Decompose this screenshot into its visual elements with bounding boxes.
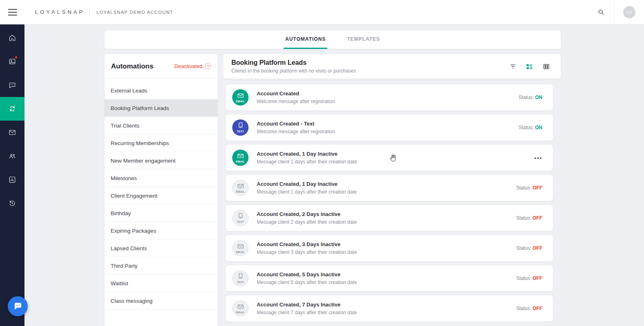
sidebar-item-clients[interactable]: [0, 144, 24, 168]
status-value: ON: [535, 95, 542, 100]
sidebar-item-reports[interactable]: [0, 168, 24, 192]
channel-glyph-icon: [238, 183, 244, 190]
automations-nav-item[interactable]: Trial Clients: [104, 117, 218, 134]
card-text: Account Created, 1 Day Inactive Message …: [257, 151, 357, 165]
automation-card[interactable]: EMAIL Account Created, 1 Day Inactive Me…: [226, 175, 553, 201]
automation-description: Welcome message after registration: [257, 129, 335, 134]
automation-card[interactable]: EMAIL Account Created, 1 Day Inactive Me…: [226, 145, 553, 171]
avatar-wrap: LO: [615, 6, 644, 18]
status-text: Status:OFF: [516, 245, 542, 251]
tab-automations[interactable]: AUTOMATIONS: [284, 31, 327, 49]
automations-nav-label: Expiring Packages: [111, 228, 156, 234]
automation-card[interactable]: TEXT Account Created, 2 Days Inactive Me…: [226, 205, 553, 231]
menu-button[interactable]: [8, 9, 17, 15]
more-options-button[interactable]: •••: [534, 155, 542, 161]
search-icon: [597, 8, 605, 16]
status-value: ON: [535, 125, 542, 130]
channel-badge: EMAIL: [232, 180, 249, 196]
topbar-right: LO: [587, 0, 644, 24]
status-text: Status:ON: [519, 125, 542, 130]
status-text: Status:OFF: [516, 185, 542, 191]
automations-nav-item[interactable]: Lapsed Clients: [104, 240, 218, 257]
status-text: Status:ON: [519, 95, 542, 100]
automations-panel-header: Automations Deactivated ?: [104, 54, 218, 79]
channel-glyph-icon: [238, 303, 244, 311]
status-prefix: Status:: [516, 306, 531, 311]
channel-glyph-icon: [238, 152, 244, 160]
automations-nav-item[interactable]: Expiring Packages: [104, 222, 218, 240]
automations-nav-item[interactable]: Client Engagement: [104, 187, 218, 205]
app-logo: LOYALSNAP: [35, 9, 84, 15]
sidebar-item-messages[interactable]: [0, 73, 24, 97]
automation-card[interactable]: EMAIL Account Created, 7 Days Inactive M…: [226, 295, 553, 322]
channel-label: EMAIL: [236, 190, 245, 193]
status-text: Status:OFF: [516, 215, 542, 221]
automations-nav-item[interactable]: New Member engagement: [104, 152, 218, 170]
history-icon: [8, 199, 16, 207]
card-text: Account Created, 2 Days Inactive Message…: [257, 211, 357, 225]
automation-title: Account Created - Text: [257, 121, 335, 127]
automations-nav-item[interactable]: External Leads: [104, 82, 218, 99]
automation-card[interactable]: TEXT Account Created, 5 Days Inactive Me…: [226, 265, 553, 291]
sidebar-item-email[interactable]: [0, 121, 24, 144]
sidebar-item-home[interactable]: [0, 26, 24, 50]
logo-divider: [89, 8, 90, 17]
channel-label: TEXT: [237, 130, 244, 133]
automations-nav-item[interactable]: Waitlist: [104, 275, 218, 292]
chat-icon: [13, 302, 23, 311]
automation-title: Account Created, 5 Days Inactive: [257, 271, 357, 278]
channel-label: TEXT: [237, 220, 244, 223]
avatar[interactable]: LO: [623, 6, 635, 18]
sidebar-item-history[interactable]: [0, 192, 24, 215]
channel-label: EMAIL: [236, 311, 245, 314]
automations-nav-item[interactable]: Class messaging: [104, 292, 218, 310]
channel-glyph-icon: [238, 243, 244, 250]
automations-panel: Automations Deactivated ? External Leads…: [104, 54, 218, 326]
automations-nav-item[interactable]: Booking Platform Leads: [104, 99, 218, 117]
automations-nav-item[interactable]: Third Party: [104, 257, 218, 275]
tab-templates[interactable]: TEMPLATES: [345, 31, 382, 49]
help-icon[interactable]: ?: [205, 63, 211, 69]
filter-icon: [509, 63, 517, 70]
card-right: Status:OFF: [516, 275, 542, 281]
automation-title: Account Created, 2 Days Inactive: [257, 211, 357, 217]
chat-fab-button[interactable]: [8, 296, 28, 316]
automation-description: Message client 7 days after their creati…: [257, 310, 357, 315]
automation-description: Welcome message after registration: [257, 99, 335, 104]
automations-nav-label: Third Party: [111, 263, 138, 269]
automations-nav-label: Class messaging: [111, 298, 153, 304]
leads-icon: [8, 57, 16, 66]
column-view-button[interactable]: [542, 63, 550, 70]
filter-button[interactable]: [509, 63, 517, 70]
channel-badge: EMAIL: [232, 89, 249, 106]
automations-nav-item[interactable]: Recurring Memberships: [104, 134, 218, 152]
main-content: AUTOMATIONS TEMPLATES Automations Deacti…: [24, 24, 644, 326]
automations-list: External Leads Booking Platform Leads Tr…: [104, 79, 218, 310]
automations-nav-label: External Leads: [111, 88, 147, 94]
automations-nav-item[interactable]: Birthday: [104, 205, 218, 222]
automation-card[interactable]: EMAIL Account Created, 3 Days Inactive M…: [226, 235, 553, 261]
automations-nav-item[interactable]: Milestones: [104, 170, 218, 187]
channel-label: TEXT: [237, 281, 244, 284]
sidebar-item-leads[interactable]: [0, 50, 24, 73]
channel-label: EMAIL: [236, 251, 245, 253]
deactivated-status[interactable]: Deactivated ?: [174, 63, 211, 69]
channel-label: EMAIL: [236, 160, 245, 163]
status-value: OFF: [533, 245, 542, 251]
automation-title: Account Created, 1 Day Inactive: [257, 151, 357, 157]
list-view-button[interactable]: [526, 63, 533, 70]
automation-description: Message client 3 days after their creati…: [257, 249, 357, 255]
card-right: Status:OFF: [516, 245, 542, 251]
search-button[interactable]: [587, 0, 614, 24]
automations-nav-label: Recurring Memberships: [111, 140, 169, 146]
clients-icon: [8, 152, 16, 160]
automation-card[interactable]: EMAIL Account Created Welcome message af…: [226, 84, 553, 110]
automation-description: Message client 5 days after their creati…: [257, 280, 357, 285]
list-view-icon: [526, 63, 533, 70]
card-right: •••: [534, 155, 542, 161]
automation-card[interactable]: TEXT Account Created - Text Welcome mess…: [226, 115, 553, 141]
deactivated-label: Deactivated: [174, 63, 202, 69]
sidebar-item-automations[interactable]: [0, 97, 24, 121]
channel-badge: EMAIL: [232, 150, 249, 166]
messages-icon: [8, 81, 16, 89]
